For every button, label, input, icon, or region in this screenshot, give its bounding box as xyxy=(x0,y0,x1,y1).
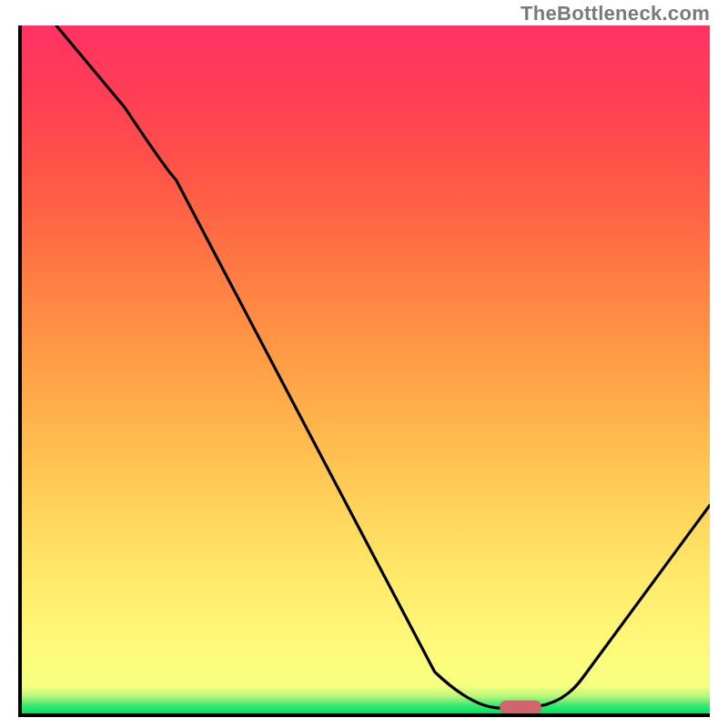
optimal-marker xyxy=(500,701,541,713)
watermark-text: TheBottleneck.com xyxy=(521,2,710,25)
chart-container: TheBottleneck.com xyxy=(0,0,728,728)
plot-area xyxy=(18,25,710,717)
curve-path xyxy=(56,25,710,708)
bottleneck-curve xyxy=(22,25,710,713)
